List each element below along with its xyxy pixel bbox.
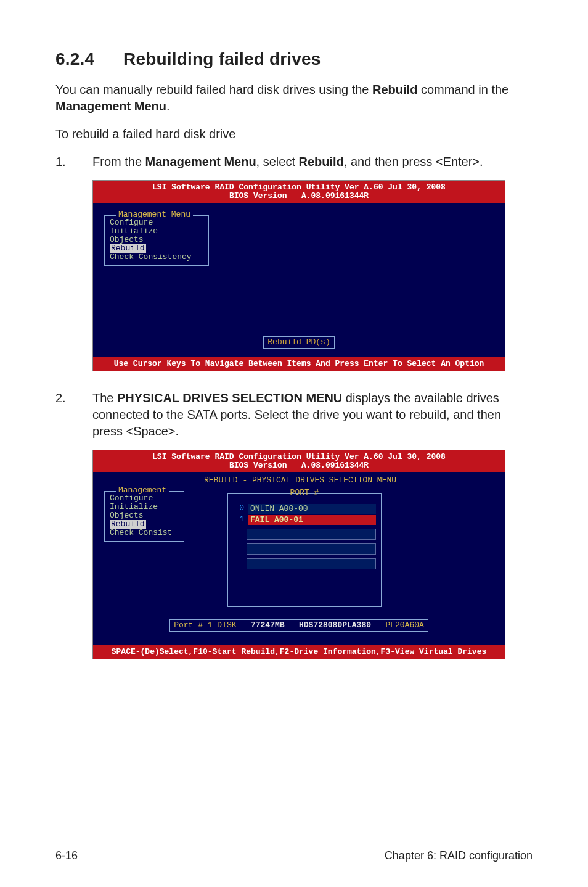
bios-center-holder: Rebuild PD(s)	[93, 336, 505, 349]
bios-body: REBUILD - PHYSICAL DRIVES SELECTION MENU…	[93, 472, 505, 645]
step-number: 2.	[55, 390, 92, 440]
drive-firmware: PF20A60A	[385, 621, 423, 630]
menu-item-configure[interactable]: Configure	[110, 218, 203, 227]
steps-list: 1. From the Management Menu, select Rebu…	[55, 154, 533, 170]
menu-item-rebuild[interactable]: Rebuild	[110, 244, 146, 253]
bios-title-line1: LSI Software RAID Configuration Utility …	[152, 452, 446, 461]
port-label: ONLIN A00-00	[248, 504, 376, 514]
section-number: 6.2.4	[55, 49, 123, 69]
steps-list-2: 2. The PHYSICAL DRIVES SELECTION MENU di…	[55, 390, 533, 440]
bios-body: Management Menu Configure Initialize Obj…	[93, 203, 505, 357]
bios-footer-bar: Use Cursor Keys To Navigate Between Item…	[93, 357, 505, 371]
port-index: 1	[233, 515, 244, 525]
chapter-title: Chapter 6: RAID configuration	[385, 849, 533, 862]
bold-text: Management Menu	[145, 155, 256, 168]
footer-divider	[55, 815, 533, 815]
section-title: Rebuilding failed drives	[123, 49, 321, 68]
management-menu-box: Management Menu Configure Initialize Obj…	[104, 215, 209, 266]
menu-item-configure[interactable]: Configure	[110, 494, 179, 503]
step-1: 1. From the Management Menu, select Rebu…	[55, 154, 533, 170]
menu-item-check-consist[interactable]: Check Consist	[110, 529, 179, 537]
menu-item-objects[interactable]: Objects	[110, 236, 203, 244]
drive-size: 77247MB	[251, 621, 285, 630]
port-label: FAIL A00-01	[248, 515, 376, 525]
management-menu-box: Management Configure Initialize Objects …	[104, 491, 184, 542]
bios-title-line1: LSI Software RAID Configuration Utility …	[152, 183, 446, 192]
management-menu-title: Management	[116, 486, 169, 495]
text: .	[166, 99, 170, 113]
bold-text: Rebuild	[299, 155, 344, 168]
text: , select	[256, 155, 299, 168]
bold-text: Rebuild	[372, 83, 417, 96]
bios-screenshot-1: LSI Software RAID Configuration Utility …	[92, 180, 505, 371]
page-number: 6-16	[55, 849, 78, 862]
text: The	[92, 391, 117, 405]
text: , and then press <Enter>.	[344, 155, 483, 168]
bios-title-bar: LSI Software RAID Configuration Utility …	[93, 181, 505, 203]
text: command in the	[417, 83, 508, 96]
page-content: 6.2.4Rebuilding failed drives You can ma…	[55, 49, 533, 778]
bios-window: LSI Software RAID Configuration Utility …	[92, 180, 505, 371]
drive-model: HDS728080PLA380	[299, 621, 371, 630]
management-menu-title: Management Menu	[116, 210, 193, 219]
menu-item-check-consistency[interactable]: Check Consistency	[110, 253, 203, 262]
bios-footer-bar: SPACE-(De)Select,F10-Start Rebuild,F2-Dr…	[93, 645, 505, 659]
intro-paragraph-1: You can manually rebuild failed hard dis…	[55, 81, 533, 115]
port-empty-slot	[247, 543, 376, 555]
text: You can manually rebuild failed hard dis…	[55, 83, 372, 96]
bold-text: Management Menu	[55, 99, 166, 113]
drive-info-holder: Port # 1 DISK 77247MB HDS728080PLA380 PF…	[104, 619, 494, 632]
port-selection-box: PORT # 0 ONLIN A00-00 1 FAIL A00-01	[227, 493, 382, 607]
menu-item-objects[interactable]: Objects	[110, 511, 179, 520]
drive-info-box: Port # 1 DISK 77247MB HDS728080PLA380 PF…	[169, 619, 428, 632]
menu-item-initialize[interactable]: Initialize	[110, 503, 179, 511]
step-body: The PHYSICAL DRIVES SELECTION MENU displ…	[92, 390, 533, 440]
page-footer: 6-16 Chapter 6: RAID configuration	[55, 844, 533, 862]
menu-item-initialize[interactable]: Initialize	[110, 227, 203, 236]
port-index: 0	[233, 504, 244, 514]
port-empty-slot	[247, 558, 376, 569]
bios-title-line2: BIOS Version A.08.09161344R	[229, 191, 369, 200]
bios-title-line2: BIOS Version A.08.09161344R	[229, 461, 369, 470]
port-row-1[interactable]: 1 FAIL A00-01	[228, 515, 381, 525]
bios-title-bar: LSI Software RAID Configuration Utility …	[93, 450, 505, 472]
menu-item-rebuild[interactable]: Rebuild	[110, 520, 146, 529]
step-2: 2. The PHYSICAL DRIVES SELECTION MENU di…	[55, 390, 533, 440]
bios-window: LSI Software RAID Configuration Utility …	[92, 450, 505, 659]
port-title: PORT #	[228, 489, 381, 497]
rebuild-pd-box: Rebuild PD(s)	[263, 336, 334, 349]
intro-paragraph-2: To rebuild a failed hard disk drive	[55, 127, 533, 141]
bold-text: PHYSICAL DRIVES SELECTION MENU	[117, 391, 342, 405]
port-row-0[interactable]: 0 ONLIN A00-00	[228, 504, 381, 514]
step-number: 1.	[55, 154, 92, 170]
text: From the	[92, 155, 145, 168]
step-body: From the Management Menu, select Rebuild…	[92, 154, 533, 170]
section-heading: 6.2.4Rebuilding failed drives	[55, 49, 533, 69]
rebuild-subtitle: REBUILD - PHYSICAL DRIVES SELECTION MENU	[204, 476, 396, 485]
drive-port: Port # 1 DISK	[174, 621, 236, 630]
bios-screenshot-2: LSI Software RAID Configuration Utility …	[92, 450, 505, 659]
port-empty-slot	[247, 529, 376, 540]
